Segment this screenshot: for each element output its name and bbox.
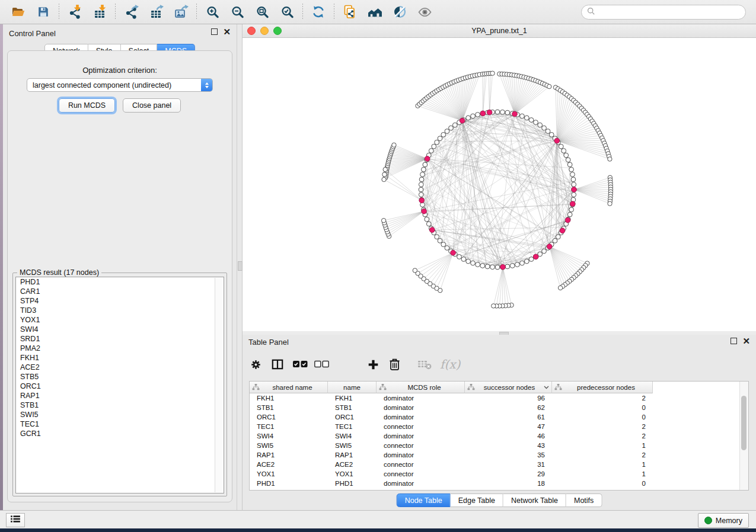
tab-network-table[interactable]: Network Table <box>503 493 566 507</box>
mcds-node[interactable] <box>547 244 552 249</box>
network-node[interactable] <box>392 143 396 147</box>
mcds-node[interactable] <box>560 228 565 233</box>
network-node[interactable] <box>466 259 471 264</box>
table-row-orc1[interactable]: ORC1ORC1dominator610 <box>250 412 740 422</box>
network-node[interactable] <box>500 110 505 114</box>
table-row-stb1[interactable]: STB1STB1dominator620 <box>250 403 740 412</box>
mcds-node[interactable] <box>429 227 435 233</box>
network-node[interactable] <box>419 177 424 182</box>
network-node[interactable] <box>546 129 550 134</box>
refresh-button[interactable] <box>306 2 331 22</box>
table-row-yox1[interactable]: YOX1YOX1connector291 <box>250 469 740 479</box>
network-node[interactable] <box>452 123 457 127</box>
network-window-titlebar[interactable]: YPA_prune.txt_1 <box>243 24 756 38</box>
network-node[interactable] <box>419 182 423 187</box>
network-node[interactable] <box>569 167 574 172</box>
result-node-orc1[interactable]: ORC1 <box>16 382 224 391</box>
tab-motifs[interactable]: Motifs <box>566 493 602 507</box>
function-builder-button[interactable]: f(x) <box>440 357 460 371</box>
network-node[interactable] <box>480 264 485 268</box>
network-node[interactable] <box>413 268 417 273</box>
network-node[interactable] <box>608 201 612 206</box>
network-node[interactable] <box>426 222 431 226</box>
network-node[interactable] <box>490 265 495 270</box>
network-node[interactable] <box>608 157 612 161</box>
network-node[interactable] <box>383 167 387 171</box>
network-node[interactable] <box>466 116 471 120</box>
network-node[interactable] <box>570 172 575 177</box>
network-node[interactable] <box>492 304 496 308</box>
memory-button[interactable]: Memory <box>698 513 749 528</box>
network-node[interactable] <box>382 172 387 177</box>
network-node[interactable] <box>429 149 433 153</box>
table-row-phd1[interactable]: PHD1PHD1dominator180 <box>250 479 740 488</box>
network-node[interactable] <box>572 182 576 187</box>
network-node[interactable] <box>423 162 428 167</box>
table-row-swi5[interactable]: SWI5SWI5connector431 <box>250 441 740 450</box>
network-node[interactable] <box>445 246 449 251</box>
network-node[interactable] <box>457 255 462 259</box>
network-node[interactable] <box>567 162 572 167</box>
mcds-node[interactable] <box>554 138 560 143</box>
result-node-swi4[interactable]: SWI4 <box>16 325 224 334</box>
network-node[interactable] <box>529 257 534 262</box>
network-node[interactable] <box>572 193 576 197</box>
network-node[interactable] <box>490 71 495 75</box>
search-box[interactable] <box>581 5 746 20</box>
network-node[interactable] <box>567 212 572 217</box>
column-header-shared-name[interactable]: shared name <box>250 382 328 393</box>
network-node[interactable] <box>515 262 519 267</box>
network-node[interactable] <box>524 116 529 120</box>
network-node[interactable] <box>438 238 442 243</box>
network-node[interactable] <box>381 219 385 223</box>
result-node-yox1[interactable]: YOX1 <box>16 315 224 325</box>
result-node-swi5[interactable]: SWI5 <box>16 410 224 419</box>
table-row-ace2[interactable]: ACE2ACE2connector311 <box>250 460 740 469</box>
network-node[interactable] <box>558 286 562 290</box>
result-node-fkh1[interactable]: FKH1 <box>16 353 224 363</box>
mcds-node[interactable] <box>487 110 492 115</box>
show-graphics-details-button[interactable] <box>412 2 437 22</box>
mcds-node[interactable] <box>460 118 465 123</box>
result-node-car1[interactable]: CAR1 <box>16 287 224 296</box>
network-node[interactable] <box>485 264 490 269</box>
network-node[interactable] <box>419 187 423 192</box>
close-panel-icon[interactable]: ✕ <box>223 28 231 35</box>
mcds-node[interactable] <box>570 201 575 207</box>
save-session-button[interactable] <box>31 2 56 22</box>
cybrowser-button[interactable] <box>337 2 362 22</box>
network-node[interactable] <box>529 118 534 123</box>
zoom-in-button[interactable] <box>200 2 225 22</box>
network-node[interactable] <box>425 217 429 222</box>
mcds-node[interactable] <box>533 254 538 259</box>
result-node-phd1[interactable]: PHD1 <box>16 277 224 287</box>
float-table-panel-icon[interactable] <box>731 338 737 344</box>
network-node[interactable] <box>441 132 446 137</box>
zoom-fit-button[interactable] <box>250 2 275 22</box>
network-node[interactable] <box>559 144 563 149</box>
tab-edge-table[interactable]: Edge Table <box>451 493 503 507</box>
mcds-node[interactable] <box>419 198 425 203</box>
network-node[interactable] <box>569 207 574 212</box>
float-panel-icon[interactable] <box>211 28 218 35</box>
result-node-stb5[interactable]: STB5 <box>16 372 224 382</box>
run-mcds-button[interactable]: Run MCDS <box>59 98 115 113</box>
network-node[interactable] <box>524 259 529 264</box>
table-row-fkh1[interactable]: FKH1FKH1dominator962 <box>250 393 740 403</box>
column-header-mcds-role[interactable]: MCDS role <box>377 382 465 393</box>
network-node[interactable] <box>419 193 423 197</box>
open-session-button[interactable] <box>6 2 31 22</box>
mcds-node[interactable] <box>451 250 456 255</box>
close-panel-button[interactable]: Close panel <box>123 98 181 113</box>
network-node[interactable] <box>435 235 439 239</box>
network-node[interactable] <box>505 110 510 115</box>
splitter-grip[interactable] <box>238 261 243 271</box>
network-node[interactable] <box>476 262 480 267</box>
zoom-out-button[interactable] <box>225 2 250 22</box>
network-analyzer-button[interactable] <box>362 2 387 22</box>
export-table-button[interactable] <box>143 2 168 22</box>
network-node[interactable] <box>421 167 426 172</box>
deselect-all-button[interactable] <box>314 360 330 369</box>
network-node[interactable] <box>562 149 566 153</box>
search-input[interactable] <box>598 8 745 17</box>
